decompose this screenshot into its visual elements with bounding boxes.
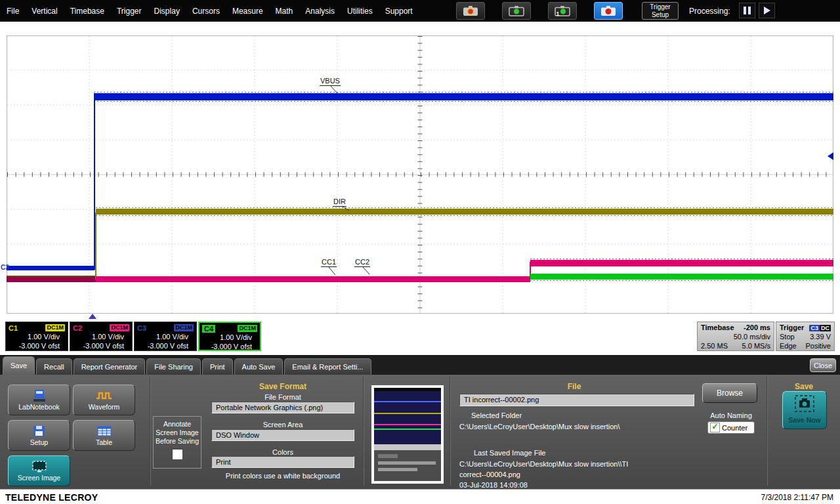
timebase-points: 2.50 MS — [701, 341, 728, 350]
status-bar: TELEDYNE LECROY 7/3/2018 2:11:47 PM — [0, 489, 840, 504]
section-divider — [363, 377, 364, 486]
save-now-icon — [794, 394, 815, 413]
tab-recall[interactable]: Recall — [36, 358, 72, 375]
camera-green-icon — [509, 5, 524, 16]
close-button[interactable]: Close — [810, 358, 836, 372]
tab-report-generator[interactable]: Report Generator — [74, 358, 146, 375]
trigger-slope: Positive — [805, 341, 831, 350]
menu-items: File Vertical Timebase Trigger Display C… — [7, 0, 413, 22]
annotate-checkbox[interactable] — [172, 449, 183, 460]
filename-input[interactable]: TI incorrect--00002.png — [459, 394, 694, 406]
trigger-time-marker[interactable] — [89, 314, 96, 319]
screen-area-select[interactable]: DSO Window — [211, 429, 354, 441]
play-button[interactable] — [759, 3, 775, 18]
menu-timebase[interactable]: Timebase — [70, 7, 104, 16]
menu-trigger[interactable]: Trigger — [117, 7, 142, 16]
trigger-type: Edge — [780, 341, 797, 350]
labnotebook-button[interactable]: LabNotebook — [8, 385, 70, 415]
colors-select[interactable]: Print — [211, 456, 354, 468]
waveform-button[interactable]: Waveform — [73, 385, 135, 415]
trigger-setup-button[interactable]: Trigger Setup — [642, 2, 679, 20]
section-divider — [766, 377, 768, 486]
annotate-label-line1: Annotate — [163, 420, 191, 428]
pause-button[interactable] — [739, 3, 755, 18]
labnotebook-label: LabNotebook — [9, 403, 70, 411]
menu-measure[interactable]: Measure — [232, 7, 263, 16]
waveform-icon — [74, 388, 135, 403]
screen-area-label: Screen Area — [211, 421, 355, 429]
screen-image-icon — [9, 459, 70, 474]
timebase-descriptor[interactable]: Timebase-200 ms 50.0 ms/div 2.50 MS5.0 M… — [697, 322, 774, 351]
counter-checkbox[interactable]: ✓ — [710, 423, 720, 432]
teledyne-lecroy-logo: TELEDYNE LECROY — [5, 492, 98, 503]
table-label: Table — [74, 438, 135, 446]
waveform-area[interactable]: VBUS DIR CC1 CC2 C3 C1 DC1M 1.00 V/div -… — [0, 22, 840, 355]
browse-button[interactable]: Browse — [702, 383, 757, 403]
channel-scale: 1.00 V/div — [137, 332, 194, 341]
camera-green-one-icon: 1 — [555, 5, 570, 16]
channel-id: C4 — [202, 325, 215, 333]
channel-descriptor-c1[interactable]: C1 DC1M 1.00 V/div -3.000 V ofst — [5, 322, 68, 351]
dialog-tab-bar: Save Recall Report Generator File Sharin… — [0, 356, 840, 375]
labnotebook-icon — [9, 388, 70, 403]
channel-descriptor-c2[interactable]: C2 DC1M 1.00 V/div -3.000 V ofst — [70, 322, 133, 351]
save-format-section-label: Save Format — [211, 382, 355, 391]
save-now-label: Save Now — [783, 416, 826, 424]
channel-descriptor-c3[interactable]: C3 DC1M 1.00 V/div -3.000 V ofst — [134, 322, 197, 351]
colors-label: Colors — [211, 448, 355, 456]
trigger-source-chip: C3 — [809, 325, 820, 331]
channel-offset: -3.000 V ofst — [9, 341, 65, 350]
channel-scale: 1.00 V/div — [202, 333, 257, 342]
trace-label-cc1[interactable]: CC1 — [321, 258, 337, 267]
channel-scale: 1.00 V/div — [9, 332, 65, 341]
save-now-button[interactable]: Save Now — [782, 391, 827, 429]
svg-text:1: 1 — [556, 10, 560, 17]
tab-print[interactable]: Print — [202, 358, 233, 375]
tab-save[interactable]: Save — [3, 356, 35, 375]
waveform-grid — [0, 22, 840, 320]
file-format-select[interactable]: Portable Network Graphics (.png) — [211, 402, 354, 413]
menu-cursors[interactable]: Cursors — [192, 7, 220, 16]
screen-image-button[interactable]: Screen Image — [8, 455, 70, 486]
trace-label-cc2[interactable]: CC2 — [354, 258, 370, 267]
trace-label-dir[interactable]: DIR — [333, 198, 346, 207]
pause-icon — [744, 7, 746, 14]
trigger-descriptor[interactable]: Trigger C3DC Stop3.39 V EdgePositive — [776, 322, 835, 351]
timebase-offset: -200 ms — [744, 323, 770, 332]
menu-display[interactable]: Display — [154, 7, 180, 16]
trigger-setup-line2: Setup — [652, 11, 669, 18]
setup-button[interactable]: Setup — [8, 420, 70, 451]
counter-checkbox-group[interactable]: ✓ Counter — [707, 421, 755, 434]
menu-utilities[interactable]: Utilities — [347, 7, 373, 16]
camera-red-icon — [463, 5, 478, 16]
tab-file-sharing[interactable]: File Sharing — [146, 358, 201, 375]
annotate-group: Annotate Screen Image Before Saving — [153, 416, 201, 469]
channel-c3-edge-marker[interactable]: C3 — [1, 264, 9, 271]
section-divider — [450, 377, 451, 486]
menu-math[interactable]: Math — [276, 7, 293, 16]
menu-analysis[interactable]: Analysis — [305, 7, 335, 16]
menu-file[interactable]: File — [7, 7, 19, 16]
trigger-level: 3.39 V — [810, 332, 831, 341]
preview-image — [374, 388, 441, 481]
tab-email-report-settings[interactable]: Email & Report Setti... — [284, 358, 371, 375]
hardcopy-button-2[interactable] — [502, 2, 531, 20]
screen-image-label: Screen Image — [9, 474, 70, 482]
menu-vertical[interactable]: Vertical — [32, 7, 57, 16]
tab-auto-save[interactable]: Auto Save — [234, 358, 284, 375]
save-dialog: Save Recall Report Generator File Sharin… — [0, 355, 840, 490]
last-saved-path-line1: C:\Users\LeCroyUser\Desktop\Mux slow ins… — [459, 460, 628, 468]
trigger-setup-line1: Trigger — [650, 3, 670, 10]
trace-label-vbus[interactable]: VBUS — [320, 77, 341, 86]
table-icon — [74, 423, 135, 438]
trigger-level-marker[interactable] — [828, 152, 833, 160]
menu-support[interactable]: Support — [385, 7, 413, 16]
file-format-label: File Format — [211, 393, 355, 401]
timebase-scale: 50.0 ms/div — [734, 332, 770, 341]
hardcopy-button-1[interactable] — [456, 2, 485, 20]
hardcopy-button-3[interactable]: 1 — [548, 2, 577, 20]
channel-descriptor-c4[interactable]: C4 DC1M 1.00 V/div -3.000 V ofst — [198, 322, 261, 351]
hardcopy-button-active[interactable] — [594, 2, 623, 20]
table-button[interactable]: Table — [73, 420, 135, 451]
annotate-label-line2: Screen Image — [156, 429, 198, 436]
